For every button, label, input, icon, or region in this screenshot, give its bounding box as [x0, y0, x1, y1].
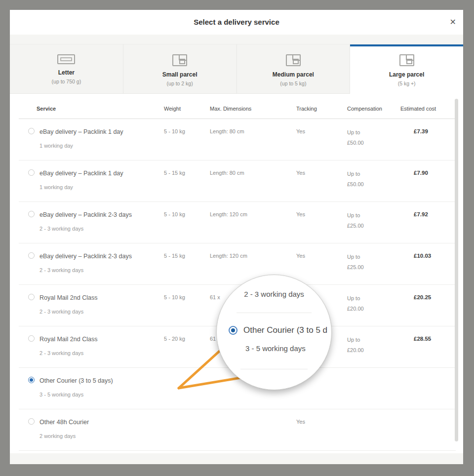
compensation-cell: Up to £50.00	[347, 127, 414, 148]
service-radio[interactable]	[28, 128, 35, 134]
screenshot-frame: Select a delivery service ✕ Letter (up t…	[0, 0, 474, 476]
magnifier-radio-selected-icon	[229, 326, 237, 335]
service-name: eBay delivery – Packlink 2-3 days	[40, 210, 132, 220]
cost-cell: £20.25	[414, 293, 456, 302]
service-radio[interactable]	[28, 418, 35, 425]
tracking-cell: Yes	[296, 169, 347, 177]
magnifier-divider-bottom	[240, 369, 308, 369]
tab-label: Medium parcel	[273, 71, 314, 78]
dimensions-cell: Length: 120 cm	[210, 252, 296, 260]
service-name: eBay delivery – Packlink 1 day	[40, 169, 123, 178]
weight-cell: 5 - 10 kg	[164, 210, 210, 219]
service-cell: eBay delivery – Packlink 2-3 days 2 - 3 …	[19, 210, 164, 233]
service-cell: eBay delivery – Packlink 2-3 days 2 - 3 …	[19, 252, 164, 274]
cost-cell: £10.03	[414, 252, 456, 260]
service-name: eBay delivery – Packlink 1 day	[40, 127, 123, 137]
cost-cell: £7.90	[414, 169, 456, 177]
service-table-body: eBay delivery – Packlink 1 day 1 working…	[19, 119, 456, 451]
service-subtitle: 1 working day	[40, 183, 123, 192]
parcel-icon	[172, 54, 187, 66]
table-row[interactable]: eBay delivery – Packlink 1 day 1 working…	[19, 119, 456, 160]
tracking-cell: Yes	[296, 252, 347, 260]
tab-letter[interactable]: Letter (up to 750 g)	[10, 44, 123, 94]
service-cell: Royal Mail 2nd Class 2 - 3 working days	[19, 293, 164, 316]
magnifier-option-label: Other Courier (3 to 5 d	[243, 325, 327, 335]
tab-sublabel: (up to 750 g)	[52, 79, 81, 84]
tab-sublabel: (5 kg +)	[398, 80, 416, 86]
tab-small-parcel[interactable]: Small parcel (up to 2 kg)	[123, 44, 237, 94]
header-estimated-cost: Estimated cost	[400, 106, 456, 112]
service-cell: Other Courier (3 to 5 days) 3 - 5 workin…	[19, 376, 164, 398]
modal-title: Select a delivery service	[10, 10, 463, 35]
service-subtitle: 2 - 3 working days	[40, 266, 132, 275]
header-divider-band	[10, 35, 463, 44]
cost-cell: £28.55	[414, 335, 456, 343]
tracking-cell: Yes	[296, 210, 347, 219]
service-cell: Other 48h Courier 2 working days	[19, 418, 164, 440]
service-subtitle: 2 - 3 working days	[40, 308, 97, 316]
service-subtitle: 1 working day	[40, 142, 123, 150]
magnifier-selected-option: Other Courier (3 to 5 d	[229, 325, 327, 335]
header-tracking: Tracking	[296, 106, 347, 112]
page-background: Select a delivery service ✕ Letter (up t…	[10, 10, 463, 464]
service-name: Other 48h Courier	[40, 418, 89, 427]
compensation-cell: Up to £50.00	[347, 169, 414, 190]
service-radio[interactable]	[28, 335, 35, 342]
tab-label: Large parcel	[389, 71, 424, 78]
compensation-cell: Up to £20.00	[347, 293, 414, 314]
weight-cell: 5 - 10 kg	[164, 293, 210, 302]
compensation-cell: Up to £20.00	[347, 335, 414, 356]
service-radio[interactable]	[28, 377, 35, 383]
service-subtitle: 2 - 3 working days	[40, 225, 132, 233]
table-row[interactable]: Other 48h Courier 2 working days Yes	[19, 409, 456, 451]
compensation-cell: Up to £25.00	[347, 252, 414, 273]
tracking-cell: Yes	[296, 418, 347, 426]
header-weight: Weight	[164, 106, 210, 112]
weight-cell: 5 - 15 kg	[164, 252, 210, 260]
service-radio[interactable]	[28, 211, 35, 217]
table-row[interactable]: eBay delivery – Packlink 2-3 days 2 - 3 …	[19, 243, 456, 285]
weight-cell: 5 - 10 kg	[164, 127, 210, 136]
service-name: Royal Mail 2nd Class	[40, 293, 97, 303]
service-name: Other Courier (3 to 5 days)	[40, 376, 113, 386]
service-subtitle: 2 - 3 working days	[40, 349, 97, 357]
modal-footer-strip	[10, 453, 463, 464]
service-name: eBay delivery – Packlink 2-3 days	[40, 252, 132, 261]
service-radio[interactable]	[28, 169, 35, 176]
vertical-scrollbar[interactable]	[455, 99, 458, 441]
table-row[interactable]: eBay delivery – Packlink 1 day 1 working…	[19, 160, 456, 202]
tab-large-parcel[interactable]: Large parcel (5 kg +)	[350, 44, 463, 94]
tab-label: Small parcel	[162, 71, 198, 78]
dimensions-cell: Length: 120 cm	[210, 210, 296, 219]
tab-medium-parcel[interactable]: Medium parcel (up to 5 kg)	[237, 44, 351, 94]
magnifier-option-subtitle: 3 - 5 working days	[245, 344, 306, 353]
dimensions-cell: Length: 80 cm	[210, 169, 296, 177]
header-service: Service	[19, 106, 164, 112]
dimensions-cell: Length: 80 cm	[210, 127, 296, 136]
magnifier-working-days-text: 2 - 3 working days	[217, 290, 331, 298]
header-compensation: Compensation	[347, 106, 400, 112]
service-subtitle: 3 - 5 working days	[40, 391, 113, 399]
delivery-service-modal: Select a delivery service ✕ Letter (up t…	[10, 10, 463, 453]
header-max-dimensions: Max. Dimensions	[210, 106, 296, 112]
tab-label: Letter	[58, 69, 75, 76]
cost-cell: £7.92	[414, 210, 456, 219]
weight-cell: 5 - 15 kg	[164, 169, 210, 177]
service-table: Service Weight Max. Dimensions Tracking …	[19, 94, 456, 451]
tab-sublabel: (up to 5 kg)	[280, 80, 306, 86]
tab-sublabel: (up to 2 kg)	[167, 80, 193, 86]
service-radio[interactable]	[28, 252, 35, 259]
compensation-cell: Up to £25.00	[347, 210, 414, 231]
package-type-tabs: Letter (up to 750 g) Small parcel (up to…	[10, 44, 463, 94]
table-row[interactable]: eBay delivery – Packlink 2-3 days 2 - 3 …	[19, 202, 456, 243]
cost-cell: £7.39	[414, 127, 456, 136]
magnifier-bubble: 2 - 3 working days Other Courier (3 to 5…	[216, 275, 332, 390]
magnifier-divider-top	[237, 313, 312, 313]
service-subtitle: 2 working days	[40, 432, 89, 440]
close-icon[interactable]: ✕	[450, 10, 456, 35]
modal-header: Select a delivery service ✕	[10, 10, 463, 35]
service-name: Royal Mail 2nd Class	[40, 335, 97, 344]
service-radio[interactable]	[28, 294, 35, 300]
letter-icon	[57, 54, 75, 64]
weight-cell: 5 - 20 kg	[164, 335, 210, 343]
